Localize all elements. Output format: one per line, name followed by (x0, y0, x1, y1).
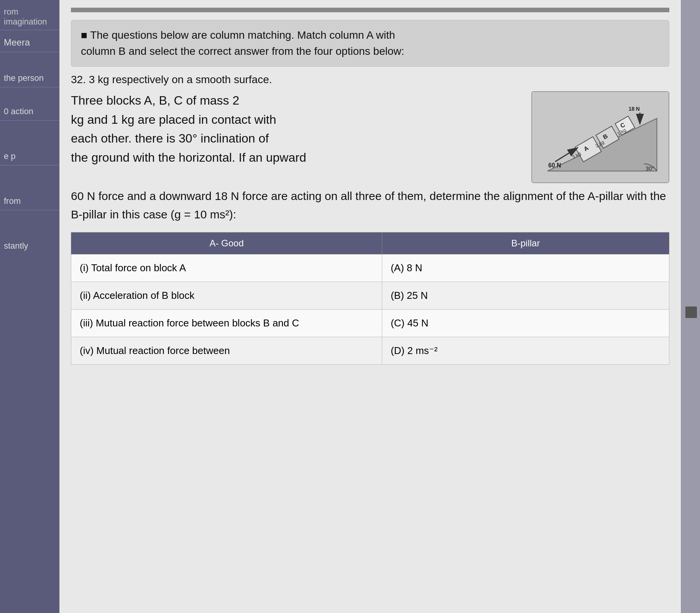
table-cell-b-1: (A) 8 N (382, 254, 669, 282)
sidebar-watermark: rom imagination (0, 4, 59, 30)
table-row: (ii) Acceleration of B block (B) 25 N (71, 282, 669, 310)
table-cell-a-3: (iii) Mutual reaction force between bloc… (71, 310, 382, 337)
instruction-line2: column B and select the correct answer f… (81, 45, 404, 57)
question-body: Three blocks A, B, C of mass 2 kg and 1 … (71, 91, 669, 183)
sidebar-item-stantly: stantly (0, 210, 59, 255)
sidebar-item-action: 0 action (0, 87, 59, 121)
right-edge-strip (681, 0, 700, 613)
table-row: (iv) Mutual reaction force between (D) 2… (71, 337, 669, 365)
table-row: (i) Total force on block A (A) 8 N (71, 254, 669, 282)
question-number: 32. 3 kg respectively on a smooth surfac… (71, 74, 669, 86)
svg-text:18 N: 18 N (629, 106, 640, 112)
table-cell-b-4: (D) 2 ms⁻² (382, 337, 669, 365)
small-box-icon (685, 306, 697, 318)
question-text-part3: each other. there is 30° inclination of (71, 131, 269, 145)
table-cell-b-3: (C) 45 N (382, 310, 669, 337)
table-row: (iii) Mutual reaction force between bloc… (71, 310, 669, 337)
table-header-b: B-pillar (382, 233, 669, 254)
table-header-a: A- Good (71, 233, 382, 254)
question-text-part1: Three blocks A, B, C of mass 2 (71, 93, 239, 107)
sidebar: rom imagination Meera the person 0 actio… (0, 0, 59, 613)
force-paragraph: 60 N force and a downward 18 N force are… (71, 187, 669, 224)
instruction-line1: ■ The questions below are column matchin… (81, 29, 395, 41)
sidebar-item-meera: Meera (0, 30, 59, 52)
table-cell-a-1: (i) Total force on block A (71, 254, 382, 282)
question-text-part2: kg and 1 kg are placed in contact with (71, 113, 276, 126)
table-cell-b-2: (B) 25 N (382, 282, 669, 310)
header-strip (71, 8, 669, 12)
instruction-box: ■ The questions below are column matchin… (71, 20, 669, 67)
svg-text:60 N: 60 N (548, 162, 561, 169)
question-text-part4: the ground with the horizontal. If an up… (71, 151, 306, 164)
svg-text:30°: 30° (646, 166, 654, 172)
main-content: ■ The questions below are column matchin… (59, 0, 681, 613)
sidebar-item-from: from (0, 166, 59, 210)
physics-diagram: A B C 3 kg 2 kg 1 kg 60 N 18 N 30° (531, 91, 669, 183)
match-table: A- Good B-pillar (i) Total force on bloc… (71, 232, 669, 365)
table-cell-a-2: (ii) Acceleration of B block (71, 282, 382, 310)
sidebar-item-ep: e p (0, 121, 59, 166)
table-cell-a-4: (iv) Mutual reaction force between (71, 337, 382, 365)
question-text: Three blocks A, B, C of mass 2 kg and 1 … (71, 91, 524, 167)
sidebar-item-person: the person (0, 52, 59, 87)
